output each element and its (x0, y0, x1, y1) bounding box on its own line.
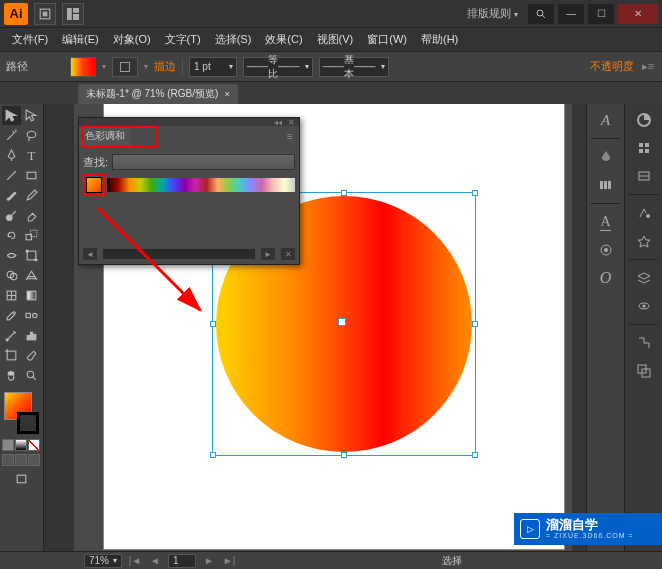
blend-tool[interactable] (22, 306, 41, 325)
color-guide-panel-icon[interactable] (592, 173, 620, 197)
handle-br[interactable] (472, 452, 478, 458)
uniform-dropdown-2[interactable]: ─── 基本 ─── (319, 57, 389, 77)
handle-tr[interactable] (472, 190, 478, 196)
nav-next-button[interactable]: ► (202, 555, 216, 566)
stroke-label[interactable]: 描边 (154, 59, 176, 74)
document-tab-close-icon[interactable]: × (224, 89, 229, 99)
artboard-tool[interactable] (2, 346, 21, 365)
artboard-number-input[interactable]: 1 (168, 554, 196, 568)
fill-stroke-indicator[interactable] (2, 390, 41, 436)
screen-mode-button[interactable] (2, 470, 41, 489)
search-button[interactable] (528, 4, 554, 24)
menu-edit[interactable]: 编辑(E) (56, 30, 105, 49)
center-point[interactable] (338, 318, 346, 326)
search-input[interactable] (112, 154, 295, 170)
direct-selection-tool[interactable] (22, 106, 41, 125)
paintbrush-tool[interactable] (2, 186, 21, 205)
menu-text[interactable]: 文字(T) (159, 30, 207, 49)
scroll-clear-button[interactable]: ✕ (281, 248, 295, 260)
panel-tab-harmony[interactable]: 色彩调和 (79, 126, 131, 146)
panel-collapse-icon[interactable]: ◂◂ (274, 118, 282, 126)
swatch-panel-icon[interactable] (630, 108, 658, 132)
color-panel-icon[interactable] (592, 145, 620, 169)
panel-close-icon[interactable]: ✕ (288, 118, 295, 126)
handle-bc[interactable] (341, 452, 347, 458)
control-menu-icon[interactable]: ▸≡ (640, 60, 656, 73)
panel-menu-icon[interactable]: ≡ (287, 130, 299, 142)
menu-select[interactable]: 选择(S) (209, 30, 258, 49)
vertical-scrollbar[interactable] (572, 104, 586, 551)
handle-bl[interactable] (210, 452, 216, 458)
uniform-dropdown-1[interactable]: ─── 等比 ─── (243, 57, 313, 77)
color-mode-gradient[interactable] (15, 439, 27, 451)
menu-effect[interactable]: 效果(C) (259, 30, 308, 49)
maximize-button[interactable]: ☐ (588, 4, 614, 24)
zoom-tool[interactable] (22, 366, 41, 385)
active-harmony-swatch[interactable] (86, 177, 102, 193)
mesh-tool[interactable] (2, 286, 21, 305)
handle-mr[interactable] (472, 321, 478, 327)
gradient-panel-icon[interactable] (592, 238, 620, 262)
scroll-track[interactable] (103, 249, 255, 259)
rectangle-tool[interactable] (22, 166, 41, 185)
character-panel-icon[interactable]: A (592, 108, 620, 132)
harmony-color-strip[interactable] (107, 178, 295, 192)
menu-file[interactable]: 文件(F) (6, 30, 54, 49)
layout-rules-dropdown[interactable]: 排版规则 ▾ (467, 6, 518, 21)
free-transform-tool[interactable] (22, 246, 41, 265)
pencil-tool[interactable] (22, 186, 41, 205)
fill-swatch[interactable] (70, 57, 96, 77)
brushes-panel-icon[interactable] (630, 136, 658, 160)
stroke-color-box[interactable] (17, 412, 39, 434)
appearance-panel-icon[interactable] (630, 201, 658, 225)
zoom-dropdown[interactable]: 71%▾ (84, 554, 122, 568)
bridge-icon[interactable] (34, 3, 56, 25)
draw-mode-inside[interactable] (28, 454, 40, 466)
graphic-styles-panel-icon[interactable] (630, 229, 658, 253)
handle-ml[interactable] (210, 321, 216, 327)
rotate-tool[interactable] (2, 226, 21, 245)
lasso-tool[interactable] (22, 126, 41, 145)
pathfinder-panel-icon[interactable] (630, 359, 658, 383)
hand-tool[interactable] (2, 366, 21, 385)
selection-tool[interactable] (2, 106, 21, 125)
panel-header[interactable]: ◂◂ ✕ (79, 118, 299, 126)
artboards-panel-icon[interactable] (630, 294, 658, 318)
menu-window[interactable]: 窗口(W) (361, 30, 413, 49)
symbol-sprayer-tool[interactable] (2, 326, 21, 345)
pen-tool[interactable] (2, 146, 21, 165)
column-graph-tool[interactable] (22, 326, 41, 345)
magic-wand-tool[interactable] (2, 126, 21, 145)
close-button[interactable]: ✕ (618, 4, 658, 24)
shape-builder-tool[interactable] (2, 266, 21, 285)
nav-prev-button[interactable]: ◄ (148, 555, 162, 566)
transparency-panel-icon[interactable]: O (592, 266, 620, 290)
draw-mode-behind[interactable] (15, 454, 27, 466)
width-tool[interactable] (2, 246, 21, 265)
arrange-icon[interactable] (62, 3, 84, 25)
stroke-weight-dropdown[interactable]: 1 pt (189, 57, 237, 77)
blob-brush-tool[interactable] (2, 206, 21, 225)
color-mode-none[interactable] (28, 439, 40, 451)
stroke-swatch[interactable] (112, 57, 138, 77)
handle-tc[interactable] (341, 190, 347, 196)
nav-first-button[interactable]: |◄ (128, 555, 142, 566)
scale-tool[interactable] (22, 226, 41, 245)
perspective-grid-tool[interactable] (22, 266, 41, 285)
menu-object[interactable]: 对象(O) (107, 30, 157, 49)
symbols-panel-icon[interactable] (630, 164, 658, 188)
stroke-panel-icon[interactable]: A (592, 210, 620, 234)
document-tab[interactable]: 未标题-1* @ 71% (RGB/预览) × (78, 84, 238, 104)
menu-view[interactable]: 视图(V) (311, 30, 360, 49)
nav-last-button[interactable]: ►| (222, 555, 236, 566)
gradient-tool[interactable] (22, 286, 41, 305)
menu-help[interactable]: 帮助(H) (415, 30, 464, 49)
line-tool[interactable] (2, 166, 21, 185)
minimize-button[interactable]: — (558, 4, 584, 24)
draw-mode-normal[interactable] (2, 454, 14, 466)
align-panel-icon[interactable] (630, 331, 658, 355)
scroll-left-button[interactable]: ◄ (83, 248, 97, 260)
color-mode-solid[interactable] (2, 439, 14, 451)
slice-tool[interactable] (22, 346, 41, 365)
eyedropper-tool[interactable] (2, 306, 21, 325)
